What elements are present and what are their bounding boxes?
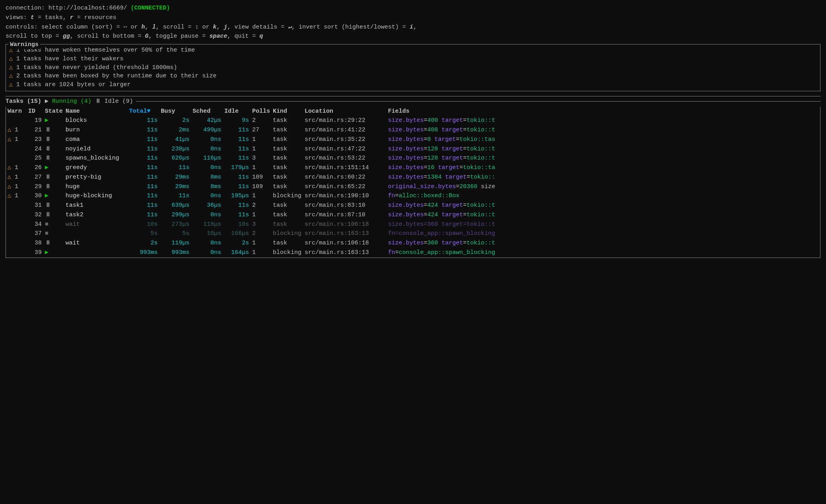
cell-sched: 0ns (191, 248, 223, 258)
col-header-warn: Warn (6, 107, 27, 116)
table-row[interactable]: 24⏸noyield11s238µs0ns11s1tasksrc/main.rs… (6, 144, 820, 154)
col-header-sched[interactable]: Sched (191, 107, 223, 116)
cell-name: huge-blocking (64, 191, 127, 201)
cell-location: src/main.rs:83:10 (303, 201, 386, 210)
cell-state: ■ (43, 229, 64, 239)
table-row[interactable]: 19▶blocks11s2s42µs9s2tasksrc/main.rs:29:… (6, 116, 820, 125)
warning-row: △ 2 tasks have been boxed by the runtime… (9, 72, 817, 81)
cell-polls: 27 (251, 125, 271, 135)
table-row[interactable]: 31⏸task111s639µs36µs11s2tasksrc/main.rs:… (6, 201, 820, 210)
table-row[interactable]: 32⏸task211s299µs0ns11s1tasksrc/main.rs:8… (6, 210, 820, 220)
cell-location: src/main.rs:53:22 (303, 154, 386, 163)
cell-location: src/main.rs:106:18 (303, 239, 386, 248)
col-header-name[interactable]: Name (64, 107, 127, 116)
cell-state: ▶ (43, 116, 64, 125)
col-header-fields[interactable]: Fields (386, 107, 820, 116)
col-header-idle[interactable]: Idle (223, 107, 251, 116)
cell-warn (6, 154, 27, 163)
cell-kind: task (271, 220, 303, 229)
col-header-kind[interactable]: Kind (271, 107, 303, 116)
cell-state: ▶ (43, 248, 64, 258)
cell-polls: 1 (251, 163, 271, 173)
cell-fields: size.bytes=424 target=tokio::t (386, 201, 820, 210)
cell-warn (6, 229, 27, 239)
table-row[interactable]: △ 123⏸coma11s41µs0ns11s1tasksrc/main.rs:… (6, 135, 820, 144)
cell-warn: △ 1 (6, 182, 27, 192)
cell-name: huge (64, 182, 127, 192)
table-row[interactable]: 25⏸spawns_blocking11s626µs116µs11s3tasks… (6, 154, 820, 163)
cell-fields: size.bytes=408 target=tokio::t (386, 125, 820, 135)
cell-busy: 2s (159, 116, 191, 125)
col-header-total[interactable]: Total▼ (127, 107, 159, 116)
cell-idle: 9s (223, 116, 251, 125)
warning-row: △ 1 tasks have woken themselves over 50%… (9, 46, 817, 55)
controls-line1: controls: select column (sort) = ↔ or h,… (6, 23, 820, 32)
cell-location: src/main.rs:163:13 (303, 248, 386, 258)
cell-kind: task (271, 163, 303, 173)
cell-polls: 109 (251, 182, 271, 192)
col-header-busy[interactable]: Busy (159, 107, 191, 116)
table-row[interactable]: 37■5s5s10µs166µs2blockingsrc/main.rs:163… (6, 229, 820, 239)
cell-sched: 0ns (191, 135, 223, 144)
cell-idle: 11s (223, 201, 251, 210)
cell-id: 29 (27, 182, 43, 192)
cell-busy: 119µs (159, 239, 191, 248)
header-section: connection: http://localhost:6669/ (CONN… (6, 4, 820, 41)
tasks-label: Tasks (15) ▶ Running (4) ⏸ Idle (9) (6, 97, 133, 106)
cell-idle: 11s (223, 210, 251, 220)
cell-polls: 1 (251, 191, 271, 201)
cell-total: 11s (127, 125, 159, 135)
cell-kind: task (271, 182, 303, 192)
cell-total: 993ms (127, 248, 159, 258)
cell-sched: 42µs (191, 116, 223, 125)
table-row[interactable]: 38⏸wait2s119µs0ns2s1tasksrc/main.rs:106:… (6, 239, 820, 248)
cell-warn: △ 1 (6, 173, 27, 182)
cell-id: 31 (27, 201, 43, 210)
cell-name: pretty-big (64, 173, 127, 182)
cell-polls: 1 (251, 210, 271, 220)
cell-busy: 11s (159, 191, 191, 201)
col-header-state[interactable]: State (43, 107, 64, 116)
cell-id: 19 (27, 116, 43, 125)
cell-location: src/main.rs:163:13 (303, 229, 386, 239)
cell-total: 11s (127, 182, 159, 192)
cell-warn: △ 1 (6, 125, 27, 135)
table-row[interactable]: △ 127⏸pretty-big11s29ms8ms11s109tasksrc/… (6, 173, 820, 182)
cell-name: wait (64, 220, 127, 229)
col-header-id[interactable]: ID (27, 107, 43, 116)
table-row[interactable]: 39▶993ms993ms0ns164µs1blockingsrc/main.r… (6, 248, 820, 258)
cell-fields: size.bytes=424 target=tokio::t (386, 210, 820, 220)
col-header-location[interactable]: Location (303, 107, 386, 116)
col-header-polls[interactable]: Polls (251, 107, 271, 116)
cell-busy: 41µs (159, 135, 191, 144)
cell-warn (6, 239, 27, 248)
cell-name (64, 248, 127, 258)
cell-kind: task (271, 144, 303, 154)
cell-idle: 179µs (223, 163, 251, 173)
cell-sched: 116µs (191, 154, 223, 163)
cell-total: 11s (127, 135, 159, 144)
table-row[interactable]: △ 126▶greedy11s11s0ns179µs1tasksrc/main.… (6, 163, 820, 173)
cell-idle: 11s (223, 154, 251, 163)
cell-polls: 3 (251, 220, 271, 229)
cell-warn (6, 201, 27, 210)
cell-location: src/main.rs:87:10 (303, 210, 386, 220)
warnings-box: Warnings △ 1 tasks have woken themselves… (6, 44, 820, 91)
table-row[interactable]: △ 129⏸huge11s29ms8ms11s109tasksrc/main.r… (6, 182, 820, 192)
cell-sched: 499µs (191, 125, 223, 135)
table-row[interactable]: △ 121⏸burn11s2ms499µs11s27tasksrc/main.r… (6, 125, 820, 135)
cell-fields: original_size.bytes=20360 size (386, 182, 820, 192)
cell-id: 37 (27, 229, 43, 239)
warning-row: △ 1 tasks have never yielded (threshold … (9, 63, 817, 72)
cell-name: spawns_blocking (64, 154, 127, 163)
tasks-table: Warn ID State Name Total▼ Busy Sched Idl… (6, 107, 820, 258)
table-row[interactable]: 34■wait10s273µs118µs10s3tasksrc/main.rs:… (6, 220, 820, 229)
cell-sched: 36µs (191, 201, 223, 210)
cell-total: 11s (127, 191, 159, 201)
cell-id: 23 (27, 135, 43, 144)
table-row[interactable]: △ 130▶huge-blocking11s11s0ns195µs1blocki… (6, 191, 820, 201)
cell-total: 10s (127, 220, 159, 229)
cell-state: ⏸ (43, 182, 64, 192)
cell-sched: 0ns (191, 239, 223, 248)
cell-location: src/main.rs:29:22 (303, 116, 386, 125)
